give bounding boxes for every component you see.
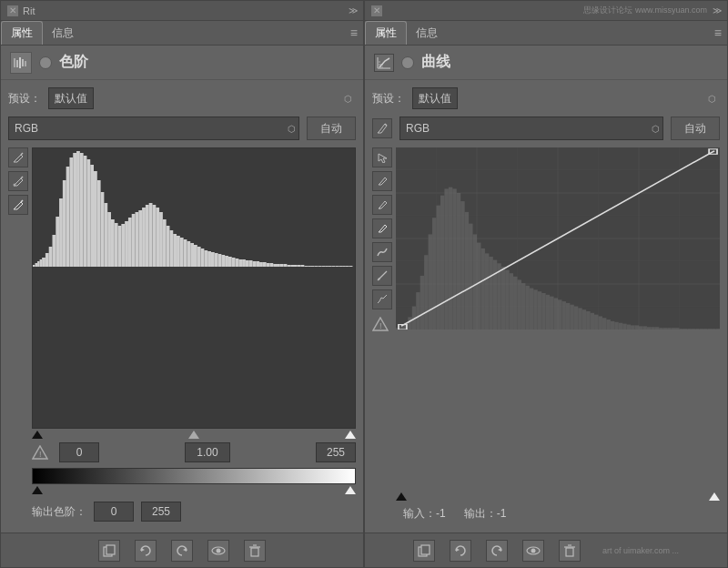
svg-rect-71: [228, 257, 232, 267]
right-footer-visibility-button[interactable]: [522, 540, 544, 562]
svg-rect-205: [627, 325, 631, 330]
left-white-point-arrow[interactable]: [345, 431, 356, 439]
left-output-black-input[interactable]: [94, 502, 134, 522]
svg-rect-98: [321, 266, 325, 267]
svg-rect-201: [611, 321, 614, 330]
left-preset-row: 预设： 默认值 自定义: [8, 87, 356, 109]
right-input-label: 输入：-1: [403, 506, 446, 522]
svg-rect-1: [16, 60, 18, 67]
left-footer-undo-button[interactable]: [171, 540, 193, 562]
left-tab-properties[interactable]: 属性: [1, 21, 43, 45]
left-channel-select[interactable]: RGB 红 绿 蓝: [8, 117, 299, 140]
right-tool-eyedropper3[interactable]: [372, 218, 392, 238]
right-channel-select[interactable]: RGB 红 绿 蓝: [399, 117, 663, 140]
left-footer-visibility-button[interactable]: [207, 540, 229, 562]
svg-rect-215: [667, 328, 671, 330]
left-title-bar: ✕ Rit ≫: [1, 1, 363, 21]
svg-rect-188: [558, 299, 561, 330]
svg-rect-169: [480, 248, 484, 330]
left-warning-icon: !: [32, 445, 48, 460]
left-auto-button[interactable]: 自动: [307, 117, 356, 140]
right-expand-button[interactable]: ≫: [713, 5, 722, 15]
svg-rect-24: [66, 167, 70, 267]
svg-rect-69: [221, 255, 225, 267]
right-tool-pencil[interactable]: [372, 266, 392, 286]
right-circle-icon: [401, 56, 414, 69]
svg-rect-31: [90, 165, 94, 267]
svg-rect-208: [639, 326, 642, 330]
right-footer-reset-button[interactable]: [450, 540, 471, 562]
left-output-white-input[interactable]: [141, 502, 181, 522]
right-warning-icon: !: [372, 317, 389, 331]
right-output-black-arrow[interactable]: [396, 492, 407, 501]
svg-rect-184: [541, 293, 545, 330]
svg-rect-232: [421, 545, 430, 554]
svg-rect-22: [59, 198, 63, 267]
right-close-button[interactable]: ✕: [370, 5, 383, 17]
right-tab-properties[interactable]: 属性: [365, 21, 407, 45]
left-black-value-input[interactable]: [59, 442, 99, 462]
left-footer-reset-button[interactable]: [135, 540, 157, 562]
right-tabs-row: 属性 信息 ≡: [365, 21, 727, 46]
left-output-black-arrow[interactable]: [32, 486, 43, 494]
right-channel-select-wrapper: RGB 红 绿 蓝: [399, 117, 663, 140]
svg-rect-64: [204, 250, 207, 267]
left-black-point-arrow[interactable]: [32, 431, 43, 439]
right-tool-eyedropper2[interactable]: [372, 195, 392, 215]
left-tool-eyedropper-white[interactable]: [8, 195, 28, 215]
right-output-white-arrow[interactable]: [709, 492, 720, 501]
left-tab-menu-icon[interactable]: ≡: [345, 25, 363, 40]
right-tab-menu-icon[interactable]: ≡: [709, 25, 727, 40]
left-output-white-arrow[interactable]: [345, 486, 356, 494]
left-output-label: 输出色阶：: [32, 504, 86, 520]
left-footer-copy-button[interactable]: [98, 540, 120, 562]
right-tool-pointer[interactable]: [372, 147, 392, 167]
svg-rect-83: [269, 263, 273, 267]
svg-rect-3: [22, 59, 24, 66]
right-tool-eyedropper1[interactable]: [372, 171, 392, 191]
svg-rect-32: [94, 171, 97, 267]
left-footer-delete-button[interactable]: [244, 540, 266, 562]
right-footer-undo-button[interactable]: [486, 540, 508, 562]
left-tools-col: [8, 147, 28, 525]
right-footer-copy-button[interactable]: [413, 540, 435, 562]
svg-rect-214: [663, 328, 667, 330]
left-tool-eyedropper-black[interactable]: [8, 147, 28, 167]
right-footer-bar: art of uimaker.com ...: [365, 532, 727, 567]
svg-rect-80: [259, 262, 263, 267]
right-tab-info[interactable]: 信息: [407, 22, 447, 45]
svg-rect-225: [708, 329, 712, 330]
left-close-button[interactable]: ✕: [6, 5, 19, 17]
left-expand-button[interactable]: ≫: [349, 5, 358, 15]
svg-rect-204: [622, 324, 626, 330]
left-gray-point-arrow[interactable]: [188, 431, 199, 439]
left-tab-info[interactable]: 信息: [43, 22, 83, 45]
right-pencil-tool[interactable]: [372, 118, 392, 138]
left-white-value-input[interactable]: [316, 442, 356, 462]
left-preset-select[interactable]: 默认值 自定义: [48, 87, 94, 109]
svg-rect-96: [315, 266, 318, 267]
left-histogram-svg: [33, 148, 355, 267]
svg-rect-23: [63, 180, 66, 267]
right-preset-select[interactable]: 默认值 自定义: [412, 87, 458, 109]
right-tool-smooth[interactable]: [372, 289, 392, 309]
svg-rect-198: [599, 316, 602, 330]
svg-rect-106: [349, 266, 353, 267]
right-tool-curve[interactable]: [372, 242, 392, 262]
svg-rect-16: [40, 259, 43, 267]
svg-rect-173: [497, 263, 500, 330]
svg-rect-92: [301, 265, 305, 267]
svg-rect-36: [107, 212, 111, 267]
left-tool-eyedropper-gray[interactable]: [8, 171, 28, 191]
svg-rect-220: [687, 329, 691, 330]
svg-rect-222: [695, 329, 699, 330]
right-auto-button[interactable]: 自动: [671, 117, 720, 140]
svg-marker-111: [141, 548, 145, 552]
svg-rect-218: [680, 329, 683, 330]
svg-rect-39: [118, 226, 122, 267]
left-mid-value-input[interactable]: [185, 442, 230, 462]
right-io-row: 输入：-1 输出：-1: [396, 502, 720, 525]
left-values-row: !: [32, 441, 356, 464]
right-footer-delete-button[interactable]: [559, 540, 581, 562]
svg-rect-154: [420, 276, 424, 330]
